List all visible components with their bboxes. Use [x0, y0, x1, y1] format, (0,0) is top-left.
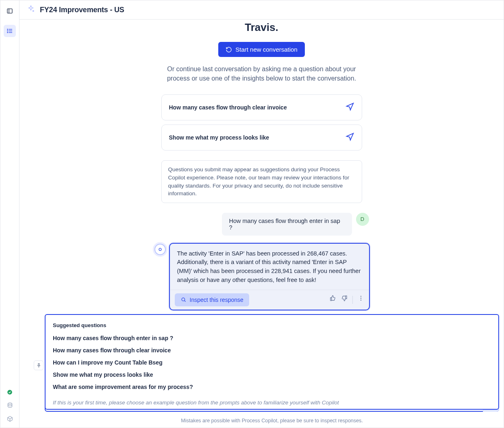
- svg-point-10: [33, 11, 34, 12]
- inspect-icon: [180, 297, 187, 303]
- ai-avatar-icon: [154, 244, 166, 255]
- svg-point-12: [182, 298, 185, 301]
- disclaimer-box: Questions you submit may appear as sugge…: [161, 160, 362, 203]
- send-icon: [345, 132, 354, 143]
- start-conversation-label: Start new conversation: [235, 46, 298, 53]
- prompt-card-1[interactable]: Show me what my process looks like: [161, 124, 362, 151]
- suggested-question-3[interactable]: Show me what my process looks like: [53, 371, 491, 378]
- svg-point-6: [7, 31, 8, 31]
- divider: [352, 296, 353, 304]
- panel-toggle-icon[interactable]: [7, 8, 13, 16]
- sparkle-icon: [27, 5, 35, 15]
- input-placeholder-preview: If this is your first time, please choos…: [53, 396, 491, 406]
- suggested-heading: Suggested questions: [53, 322, 491, 328]
- refresh-icon: [226, 46, 232, 53]
- svg-rect-0: [7, 9, 12, 13]
- inspect-label: Inspect this response: [190, 297, 243, 303]
- svg-point-9: [8, 403, 12, 404]
- thumbs-down-icon[interactable]: [341, 295, 348, 304]
- user-message-bubble: How many cases flow through enter in sap…: [222, 213, 352, 236]
- svg-point-5: [7, 29, 8, 29]
- ai-response-toolbar: Inspect this response: [170, 290, 369, 310]
- send-icon: [345, 102, 354, 113]
- intro-text: Or continue last conversation by asking …: [156, 64, 367, 83]
- ai-message-row: The activity 'Enter in SAP' has been pro…: [154, 244, 369, 310]
- prompt-label: Show me what my process looks like: [169, 134, 269, 141]
- nav-list-icon[interactable]: [4, 25, 16, 37]
- more-vert-icon[interactable]: [358, 295, 364, 304]
- svg-point-15: [360, 300, 361, 301]
- user-message-row: How many cases flow through enter in sap…: [154, 213, 369, 236]
- pin-icon[interactable]: [34, 360, 43, 370]
- svg-point-11: [159, 248, 161, 251]
- prompt-card-0[interactable]: How many cases flow through clear invoic…: [161, 94, 362, 120]
- inspect-response-button[interactable]: Inspect this response: [175, 293, 249, 306]
- suggested-question-1[interactable]: How many cases flow through clear invoic…: [53, 347, 491, 354]
- status-ok-icon: [7, 389, 13, 397]
- user-avatar: D: [356, 213, 369, 226]
- start-conversation-button[interactable]: Start new conversation: [218, 42, 305, 57]
- suggested-question-0[interactable]: How many cases flow through enter in sap…: [53, 335, 491, 341]
- cube-icon[interactable]: [7, 416, 13, 424]
- prompt-label: How many cases flow through clear invoic…: [169, 104, 287, 111]
- svg-point-14: [360, 298, 361, 299]
- suggested-question-2[interactable]: How can I improve my Count Table Bseg: [53, 359, 491, 366]
- thumbs-up-icon[interactable]: [330, 295, 336, 304]
- ai-response-text: The activity 'Enter in SAP' has been pro…: [170, 244, 369, 290]
- page-header: FY24 Improvements - US: [20, 0, 504, 20]
- page-title: FY24 Improvements - US: [40, 6, 124, 14]
- svg-point-7: [7, 32, 8, 33]
- suggested-question-4[interactable]: What are some improvement areas for my p…: [53, 384, 491, 390]
- sidebar-nav: [0, 0, 20, 428]
- database-icon[interactable]: [7, 402, 13, 410]
- greeting-name: Travis.: [140, 21, 384, 34]
- ai-response-1: The activity 'Enter in SAP' has been pro…: [170, 244, 369, 310]
- suggested-questions-panel: Suggested questions How many cases flow …: [45, 314, 499, 410]
- footer-disclaimer: Mistakes are possible with Process Copil…: [45, 418, 499, 424]
- svg-point-13: [360, 296, 361, 297]
